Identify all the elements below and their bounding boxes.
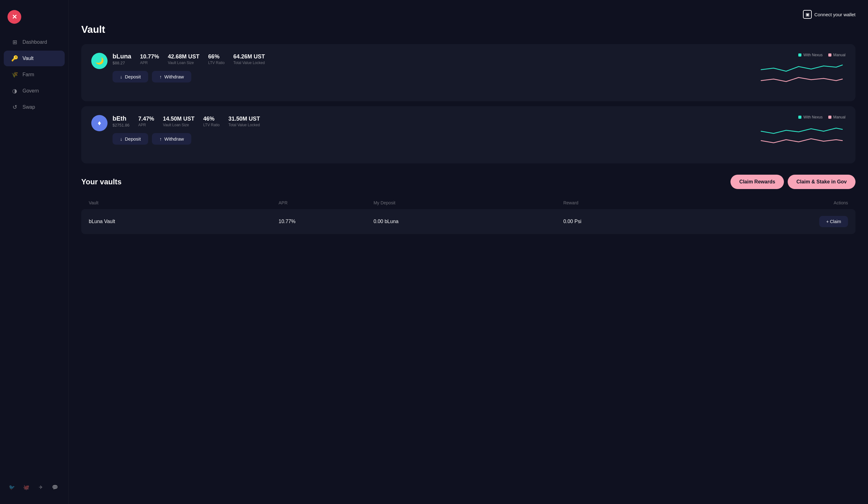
sidebar-item-vault[interactable]: 🔑 Vault	[4, 51, 65, 66]
twitter-icon[interactable]: 🐦	[8, 483, 16, 492]
beth-loan-value: 14.50M UST	[163, 116, 194, 122]
top-header: ▣ Connect your wallet	[81, 10, 856, 19]
bluna-card-info: bLuna $88.27 10.77% APR 42.68M UST Vault…	[113, 53, 748, 83]
beth-loan-label: Vault Loan Size	[163, 123, 194, 127]
bluna-token-icon: 🌙	[91, 53, 107, 69]
swap-icon: ↺	[11, 104, 18, 111]
bluna-apr-block: 10.77% APR	[140, 53, 159, 65]
bluna-name-block: bLuna $88.27	[113, 53, 131, 65]
bluna-token-name: bLuna	[113, 53, 131, 60]
connect-wallet-button[interactable]: ▣ Connect your wallet	[803, 10, 856, 19]
bluna-card-left: 🌙 bLuna $88.27 10.77% APR 42.68M UST Vau…	[91, 53, 748, 83]
sidebar-item-label: Farm	[22, 72, 34, 77]
beth-chart-legend: With Nexus Manual	[758, 115, 846, 119]
app-logo[interactable]: ✕	[8, 10, 21, 24]
col-header-apr: APR	[279, 200, 373, 205]
beth-loan-block: 14.50M UST Vault Loan Size	[163, 116, 194, 127]
manual-dot-2	[828, 116, 831, 119]
beth-legend-nexus-label: With Nexus	[803, 115, 823, 119]
beth-tvl-label: Total Value Locked	[228, 123, 260, 127]
bluna-deposit-button[interactable]: ↓ Deposit	[113, 71, 148, 83]
beth-withdraw-label: Withdraw	[164, 136, 184, 141]
bluna-actions: ↓ Deposit ↑ Withdraw	[113, 71, 748, 83]
telegram-icon[interactable]: ✈	[36, 483, 45, 492]
beth-token-price: $2751.86	[113, 123, 130, 127]
sidebar-item-dashboard[interactable]: ⊞ Dashboard	[4, 34, 65, 50]
row-vault-name: bLuna Vault	[89, 219, 279, 224]
bluna-apr-label: APR	[140, 61, 159, 65]
main-content: ▣ Connect your wallet Vault 🌙 bLuna $88.…	[69, 0, 868, 504]
bluna-apr-value: 10.77%	[140, 53, 159, 60]
github-icon[interactable]: 🐙	[22, 483, 31, 492]
beth-actions: ↓ Deposit ↑ Withdraw	[113, 133, 748, 145]
beth-token-icon: ♦	[91, 115, 107, 131]
beth-name-block: bEth $2751.86	[113, 115, 130, 127]
beth-ltv-label: LTV Ratio	[203, 123, 219, 127]
beth-legend-nexus: With Nexus	[798, 115, 823, 119]
deposit-arrow-icon: ↓	[120, 74, 123, 80]
beth-legend-manual-label: Manual	[833, 115, 846, 119]
bluna-ltv-value: 66%	[208, 53, 225, 60]
bluna-ltv-label: LTV Ratio	[208, 61, 225, 65]
beth-token-name: bEth	[113, 115, 130, 122]
beth-card-left: ♦ bEth $2751.86 7.47% APR 14.50M UST Vau…	[91, 115, 748, 145]
beth-ltv-block: 46% LTV Ratio	[203, 116, 219, 127]
your-vaults-section: Your vaults Claim Rewards Claim & Stake …	[81, 175, 856, 234]
sidebar-item-label: Swap	[22, 104, 35, 110]
deposit-arrow-icon-2: ↓	[120, 136, 123, 141]
bluna-deposit-label: Deposit	[125, 74, 141, 80]
col-header-deposit: My Deposit	[373, 200, 563, 205]
bluna-loan-value: 42.68M UST	[168, 53, 199, 60]
manual-dot	[828, 53, 831, 56]
beth-tvl-block: 31.50M UST Total Value Locked	[228, 116, 260, 127]
dashboard-icon: ⊞	[11, 39, 18, 46]
bluna-vault-card: 🌙 bLuna $88.27 10.77% APR 42.68M UST Vau…	[81, 44, 856, 101]
table-header-row: Vault APR My Deposit Reward Actions	[81, 197, 856, 209]
beth-deposit-label: Deposit	[125, 136, 141, 141]
beth-chart: With Nexus Manual	[758, 115, 846, 155]
nexus-dot-2	[798, 116, 802, 119]
col-header-vault: Vault	[89, 200, 279, 205]
sidebar: ✕ ⊞ Dashboard 🔑 Vault 🌾 Farm ◑ Govern ↺ …	[0, 0, 69, 504]
bluna-chart: With Nexus Manual	[758, 53, 846, 93]
sidebar-item-label: Dashboard	[22, 39, 47, 45]
bluna-legend-nexus-label: With Nexus	[803, 53, 823, 57]
beth-tvl-value: 31.50M UST	[228, 116, 260, 122]
bluna-chart-legend: With Nexus Manual	[758, 53, 846, 57]
bluna-loan-block: 42.68M UST Vault Loan Size	[168, 53, 199, 65]
sidebar-item-govern[interactable]: ◑ Govern	[4, 83, 65, 99]
discord-icon[interactable]: 💬	[51, 483, 59, 492]
bluna-withdraw-button[interactable]: ↑ Withdraw	[152, 71, 191, 83]
sidebar-item-swap[interactable]: ↺ Swap	[4, 99, 65, 115]
sidebar-nav: ⊞ Dashboard 🔑 Vault 🌾 Farm ◑ Govern ↺ Sw…	[0, 34, 69, 478]
table-row: bLuna Vault 10.77% 0.00 bLuna 0.00 Psi +…	[81, 209, 856, 234]
sidebar-item-label: Vault	[22, 56, 33, 61]
bluna-loan-label: Vault Loan Size	[168, 61, 199, 65]
page-title: Vault	[81, 24, 856, 35]
logo-container: ✕	[0, 8, 69, 34]
bluna-stats-row: bLuna $88.27 10.77% APR 42.68M UST Vault…	[113, 53, 748, 65]
beth-apr-value: 7.47%	[138, 116, 154, 122]
claim-rewards-button[interactable]: Claim Rewards	[731, 175, 784, 189]
bluna-chart-svg	[758, 60, 846, 92]
claim-buttons-group: Claim Rewards Claim & Stake in Gov	[731, 175, 856, 189]
row-apr: 10.77%	[279, 219, 373, 224]
bluna-token-price: $88.27	[113, 61, 131, 65]
beth-withdraw-button[interactable]: ↑ Withdraw	[152, 133, 191, 145]
beth-deposit-button[interactable]: ↓ Deposit	[113, 133, 148, 145]
claim-stake-button[interactable]: Claim & Stake in Gov	[788, 175, 856, 189]
social-links: 🐦 🐙 ✈ 💬	[0, 478, 69, 496]
vault-icon: 🔑	[11, 55, 18, 62]
col-header-actions: Actions	[753, 200, 848, 205]
wallet-icon: ▣	[803, 10, 812, 19]
sidebar-item-farm[interactable]: 🌾 Farm	[4, 67, 65, 83]
bluna-withdraw-label: Withdraw	[164, 74, 184, 80]
beth-card-info: bEth $2751.86 7.47% APR 14.50M UST Vault…	[113, 115, 748, 145]
nexus-dot	[798, 53, 802, 56]
withdraw-arrow-icon-2: ↑	[159, 136, 162, 141]
govern-icon: ◑	[11, 87, 18, 94]
bluna-legend-nexus: With Nexus	[798, 53, 823, 57]
col-header-reward: Reward	[563, 200, 753, 205]
bluna-legend-manual: Manual	[828, 53, 846, 57]
row-claim-button[interactable]: + Claim	[819, 216, 848, 227]
